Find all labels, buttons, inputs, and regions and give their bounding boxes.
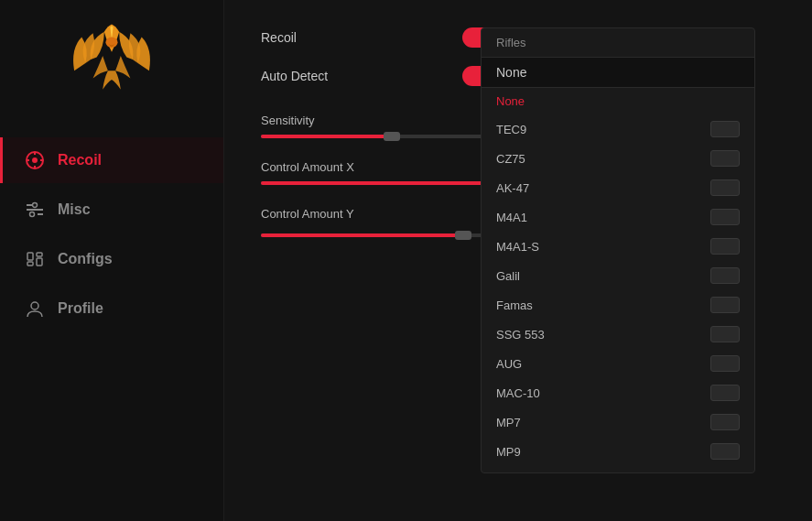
item-badge [710, 443, 740, 460]
item-badge [710, 179, 740, 196]
sensitivity-fill [261, 135, 392, 138]
logo-area [66, 18, 157, 101]
svg-rect-13 [27, 262, 33, 266]
sidebar-item-profile[interactable]: Profile [0, 286, 223, 331]
sidebar-item-misc-label: Misc [58, 201, 91, 218]
sidebar-item-configs-label: Configs [58, 251, 113, 267]
sidebar-item-recoil-label: Recoil [58, 152, 102, 168]
recoil-label: Recoil [261, 30, 297, 45]
item-badge [710, 121, 740, 137]
item-badge [710, 385, 740, 401]
dropdown-item[interactable]: CZ75 [482, 144, 754, 173]
dropdown-item[interactable]: Galil [482, 261, 754, 290]
main-content: Recoil Auto Detect Sensitivity Control A… [224, 0, 812, 521]
nav-items: Recoil Misc [0, 137, 223, 331]
auto-detect-label: Auto Detect [261, 69, 328, 83]
dropdown-item[interactable]: M4A1-S [482, 232, 754, 261]
control-y-fill [261, 233, 463, 237]
svg-rect-12 [27, 253, 33, 260]
sensitivity-thumb[interactable] [384, 132, 400, 141]
sidebar-item-recoil[interactable]: Recoil [0, 137, 223, 183]
profile-icon [25, 298, 45, 319]
dropdown-item[interactable]: None [482, 88, 754, 114]
svg-point-16 [31, 302, 38, 309]
sensitivity-track[interactable] [261, 135, 499, 138]
phoenix-logo [66, 18, 157, 101]
control-y-thumb[interactable] [455, 231, 471, 240]
configs-icon [25, 249, 45, 269]
item-badge [710, 355, 740, 372]
sidebar-item-profile-label: Profile [58, 300, 103, 317]
auto-detect-toggle-row: Auto Detect [261, 66, 499, 86]
dropdown-item[interactable]: MP5 [482, 466, 754, 472]
dropdown-item[interactable]: AK-47 [482, 173, 754, 202]
dropdown-item[interactable]: M4A1 [482, 202, 754, 232]
control-x-track[interactable] [261, 181, 499, 185]
misc-icon [25, 200, 45, 220]
item-badge [710, 150, 740, 167]
item-badge [710, 209, 740, 225]
dropdown-category: Rifles [482, 28, 754, 58]
svg-point-2 [32, 157, 38, 163]
sidebar-item-misc[interactable]: Misc [0, 187, 223, 233]
svg-rect-14 [37, 258, 42, 266]
item-badge [710, 326, 740, 342]
svg-point-11 [30, 212, 35, 217]
recoil-icon [25, 150, 45, 170]
dropdown-selected[interactable]: None [482, 58, 754, 88]
dropdown-item[interactable]: AUG [482, 349, 754, 378]
dropdown-item[interactable]: MAC-10 [482, 378, 754, 407]
dropdown-item[interactable]: SSG 553 [482, 320, 754, 349]
svg-point-10 [33, 203, 38, 208]
dropdown-item[interactable]: Famas [482, 290, 754, 320]
weapon-dropdown[interactable]: Rifles None NoneTEC9CZ75AK-47M4A1M4A1-SG… [481, 27, 755, 473]
dropdown-list[interactable]: NoneTEC9CZ75AK-47M4A1M4A1-SGalilFamasSSG… [482, 88, 754, 472]
recoil-toggle-row: Recoil [261, 27, 499, 48]
dropdown-item[interactable]: MP7 [482, 407, 754, 437]
dropdown-item[interactable]: MP9 [482, 437, 754, 466]
control-x-fill [261, 181, 499, 185]
dropdown-item[interactable]: TEC9 [482, 114, 754, 144]
item-badge [710, 238, 740, 255]
sidebar: Recoil Misc [0, 0, 224, 521]
item-badge [710, 297, 740, 313]
sidebar-item-configs[interactable]: Configs [0, 236, 223, 282]
control-y-track[interactable] [261, 233, 499, 237]
item-badge [710, 267, 740, 284]
item-badge [710, 414, 740, 430]
svg-rect-15 [37, 253, 42, 256]
